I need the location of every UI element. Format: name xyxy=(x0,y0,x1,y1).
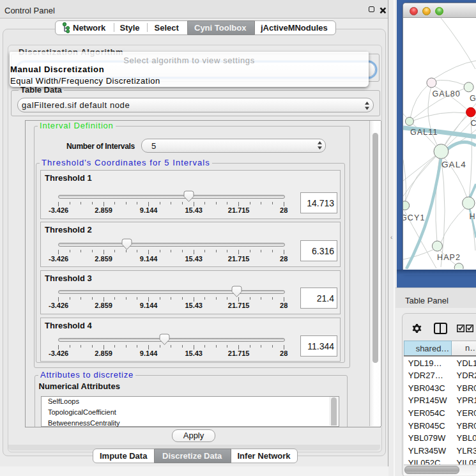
svg-text:C: C xyxy=(471,119,476,128)
svg-text:GAL80: GAL80 xyxy=(433,89,461,98)
svg-text:GA: GA xyxy=(470,94,476,103)
svg-text:H: H xyxy=(470,212,476,221)
svg-text:GAL4: GAL4 xyxy=(441,160,466,169)
svg-text:HAP2: HAP2 xyxy=(437,253,461,262)
svg-text:GAL11: GAL11 xyxy=(410,128,438,137)
svg-text:GCY1: GCY1 xyxy=(403,213,425,222)
